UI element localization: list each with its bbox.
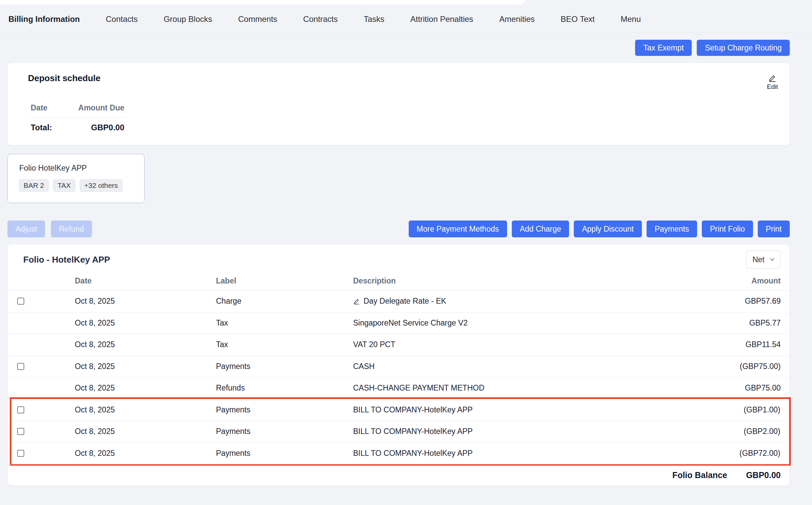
col-header-label: Label [216,276,353,285]
deposit-col-date: Date [31,103,67,112]
row-label: Payments [216,427,353,436]
add-charge-button[interactable]: Add Charge [512,221,569,237]
tab-contacts[interactable]: Contacts [106,14,138,24]
folio-table-header: Date Label Description Amount [8,271,789,290]
row-label: Tax [216,318,353,328]
deposit-total-label: Total: [31,123,67,132]
table-row: Oct 8, 2025 Tax SingaporeNet Service Cha… [8,312,789,334]
row-amount: (GBP72.00) [740,449,789,458]
previous-card-remnant [0,0,525,4]
folio-chip-others[interactable]: +32 others [80,179,122,192]
row-checkbox[interactable] [17,406,24,413]
row-checkbox[interactable] [17,363,24,370]
adjust-button[interactable]: Adjust [7,221,45,237]
more-payment-methods-button[interactable]: More Payment Methods [409,221,507,237]
folio-card: Folio - HotelKey APP Net Date Label Desc… [7,244,790,486]
row-label: Payments [216,405,353,414]
table-row: Oct 8, 2025 Payments CASH (GBP75.00) [8,356,789,377]
tab-comments[interactable]: Comments [238,14,277,24]
annotation-highlight-box: Oct 8, 2025 Payments BILL TO COMPANY-Hot… [10,397,791,466]
row-label: Charge [216,297,353,306]
print-button[interactable]: Print [758,221,790,237]
folio-title: Folio - HotelKey APP [23,255,110,265]
row-label: Payments [216,449,353,458]
deposit-edit-button[interactable]: Edit [767,73,778,91]
row-amount: (GBP2.00) [744,427,789,436]
col-header-amount: Amount [751,276,789,285]
deposit-col-amount-due: Amount Due [67,103,124,112]
row-date: Oct 8, 2025 [75,340,216,349]
row-description: BILL TO COMPANY-HotelKey APP [353,449,473,458]
row-description: BILL TO COMPANY-HotelKey APP [353,405,473,414]
table-row: Oct 8, 2025 Charge Day Delegate Rate - E… [8,290,789,312]
tab-bar: Billing Information Contacts Group Block… [0,4,812,32]
folio-summary-title: Folio HotelKey APP [19,164,144,173]
row-label: Payments [216,362,353,371]
deposit-total-value: GBP0.00 [67,123,124,132]
row-description: SingaporeNet Service Charge V2 [353,318,468,328]
folio-footer: Folio Balance GBP0.00 [8,464,789,486]
row-amount: GBP75.00 [745,383,789,393]
row-amount: (GBP1.00) [744,405,789,414]
row-date: Oct 8, 2025 [75,383,216,393]
row-amount: GBP11.54 [746,340,789,349]
net-dropdown[interactable]: Net [746,250,781,269]
row-date: Oct 8, 2025 [75,297,216,306]
deposit-schedule-card: Deposit schedule Edit Date Amount Due To… [7,63,790,145]
row-label: Tax [216,340,353,349]
row-description: CASH-CHANGE PAYMENT METHOD [353,383,485,393]
deposit-edit-label: Edit [767,83,778,91]
deposit-schedule-title: Deposit schedule [28,73,100,83]
row-checkbox[interactable] [17,298,24,305]
table-row: Oct 8, 2025 Tax VAT 20 PCT GBP11.54 [8,334,789,356]
col-header-description: Description [353,276,751,285]
col-header-date: Date [75,276,216,285]
print-folio-button[interactable]: Print Folio [702,221,753,237]
row-description: BILL TO COMPANY-HotelKey APP [353,427,473,436]
table-row: Oct 8, 2025 Refunds CASH-CHANGE PAYMENT … [8,377,789,399]
folio-chip-bar2: BAR 2 [19,179,49,192]
tab-amenities[interactable]: Amenities [499,14,535,24]
row-checkbox[interactable] [17,450,24,457]
table-row: Oct 8, 2025 Payments BILL TO COMPANY-Hot… [11,420,789,442]
tax-exempt-button[interactable]: Tax Exempt [635,40,692,56]
net-dropdown-value: Net [752,255,764,264]
row-description: Day Delegate Rate - EK [364,297,446,306]
folio-chip-tax: TAX [53,179,75,192]
row-date: Oct 8, 2025 [75,449,216,458]
row-date: Oct 8, 2025 [75,427,216,436]
folio-balance-label: Folio Balance [673,470,727,480]
edit-description-icon[interactable] [353,298,360,305]
deposit-schedule-table: Date Amount Due Total: GBP0.00 [31,103,124,132]
row-amount: GBP57.69 [745,297,789,306]
table-row: Oct 8, 2025 Payments BILL TO COMPANY-Hot… [11,442,789,464]
tab-billing-information[interactable]: Billing Information [8,14,80,24]
payments-button[interactable]: Payments [647,221,697,237]
refund-button[interactable]: Refund [51,221,92,237]
billing-actions-row: Tax Exempt Setup Charge Routing [0,32,812,56]
tab-tasks[interactable]: Tasks [364,14,384,24]
row-description: CASH [353,362,375,371]
table-row: Oct 8, 2025 Payments BILL TO COMPANY-Hot… [11,399,789,421]
row-amount: (GBP75.00) [740,362,789,371]
row-date: Oct 8, 2025 [75,318,216,328]
tab-group-blocks[interactable]: Group Blocks [164,14,212,24]
tab-beo-text[interactable]: BEO Text [561,14,595,24]
folio-toolbar: Adjust Refund More Payment Methods Add C… [0,221,812,237]
row-date: Oct 8, 2025 [75,362,216,371]
tab-menu[interactable]: Menu [621,14,641,24]
tab-contracts[interactable]: Contracts [303,14,338,24]
row-checkbox[interactable] [17,428,24,435]
row-amount: GBP5.77 [749,318,789,328]
row-date: Oct 8, 2025 [75,405,216,414]
setup-charge-routing-button[interactable]: Setup Charge Routing [697,40,790,56]
folio-summary-box[interactable]: Folio HotelKey APP BAR 2 TAX +32 others [7,154,145,203]
apply-discount-button[interactable]: Apply Discount [574,221,642,237]
chevron-down-icon [769,256,776,263]
folio-balance-value: GBP0.00 [746,470,781,480]
row-label: Refunds [216,383,353,393]
edit-pencil-icon [768,74,777,82]
row-description: VAT 20 PCT [353,340,395,349]
tab-attrition-penalties[interactable]: Attrition Penalties [410,14,473,24]
